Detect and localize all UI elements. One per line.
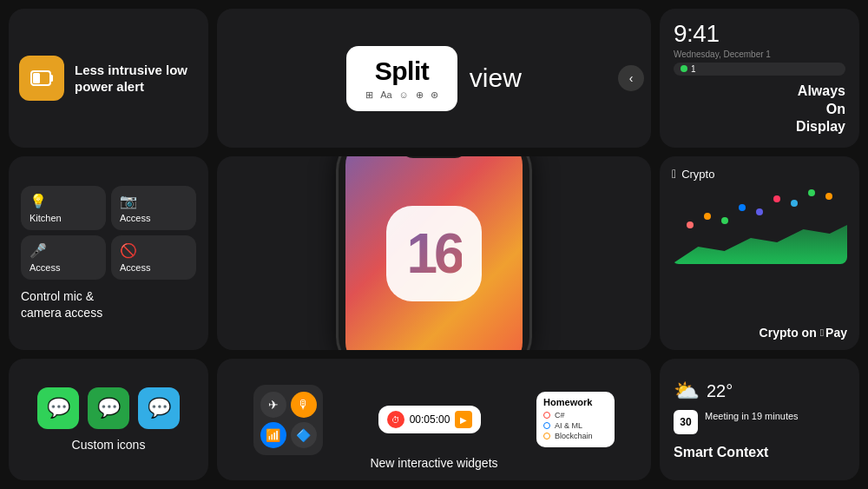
control-item-kitchen: 💡 Kitchen — [21, 186, 106, 230]
svg-point-7 — [756, 208, 763, 215]
control-mic-label: Access — [30, 262, 97, 273]
crypto-chart — [672, 186, 847, 264]
control-item-mic: 🎤 Access — [21, 235, 106, 280]
widget-control-panel: ✈ 🎙 📶 🔷 — [253, 385, 323, 455]
smart-context-label: Smart Context — [674, 445, 768, 460]
mic-icon: 🎤 — [30, 242, 97, 259]
battery-icon — [28, 64, 56, 92]
aod-badge-count: 1 — [691, 64, 696, 74]
svg-rect-1 — [50, 75, 53, 82]
hw-dot-3 — [543, 433, 550, 439]
chevron-left-icon[interactable]: ‹ — [618, 65, 644, 91]
widgets-label: New interactive widgets — [370, 456, 497, 470]
play-btn[interactable]: ▶ — [455, 411, 472, 428]
calendar-icon: 30 — [674, 410, 698, 434]
hw-item-3: Blockchain — [543, 432, 608, 440]
apple-pay-icon:  — [820, 327, 824, 339]
aod-date: Wednesday, December 1 — [674, 50, 845, 59]
crypto-pay-label: Pay — [825, 326, 847, 340]
widgets-card: ✈ 🎙 📶 🔷 ⏱ 00:05:00 ▶ Homework C# AI & ML… — [217, 359, 651, 480]
svg-rect-2 — [33, 73, 40, 83]
app-icon-3: 💬 — [138, 387, 180, 429]
podcast-btn[interactable]: 🎙 — [291, 392, 317, 418]
view-label: view — [470, 63, 522, 93]
crypto-header:  Crypto — [672, 167, 714, 181]
hw-dot-2 — [543, 422, 550, 429]
ios16-number: 16 — [406, 221, 461, 286]
control-grid: 💡 Kitchen 📷 Access 🎤 Access 🚫 Access — [21, 186, 196, 280]
custom-icons-card: 💬 💬 💬 Custom icons — [9, 359, 208, 480]
hw-label-1: C# — [555, 411, 565, 420]
iphone-notch — [399, 156, 469, 158]
control-description: Control mic & camera access — [21, 288, 102, 320]
sun-cloud-icon: ⛅ — [674, 379, 700, 403]
meeting-text: Meeting in 19 minutes — [705, 410, 799, 423]
homework-widget: Homework C# AI & ML Blockchain — [536, 392, 615, 447]
control-block-label: Access — [120, 262, 187, 273]
calendar-event: 30 Meeting in 19 minutes — [674, 410, 799, 434]
hw-item-1: C# — [543, 411, 608, 420]
homework-title: Homework — [543, 397, 608, 407]
ios16-logo: 16 — [386, 206, 482, 301]
apple-logo-icon:  — [672, 167, 676, 181]
split-view-card: Split ⊞ Aa ☺ ⊕ ⊛ view ‹ — [217, 9, 651, 148]
temperature: 22° — [707, 381, 733, 401]
hw-label-3: Blockchain — [555, 432, 593, 440]
svg-point-4 — [704, 213, 711, 220]
timer-widget-wrap: ⏱ 00:05:00 ▶ — [378, 406, 482, 433]
icon-row: 💬 💬 💬 — [37, 387, 180, 429]
block-icon: 🚫 — [120, 242, 187, 259]
hw-item-2: AI & ML — [543, 421, 608, 430]
control-item-camera: 📷 Access — [111, 186, 196, 230]
timer-value: 00:05:00 — [410, 413, 450, 426]
split-label: Split — [375, 56, 430, 86]
weather-row: ⛅ 22° — [674, 379, 733, 403]
aod-dot — [681, 65, 687, 72]
control-kitchen-label: Kitchen — [30, 213, 97, 223]
svg-point-9 — [791, 200, 798, 207]
app-icon-2: 💬 — [88, 387, 129, 429]
bluetooth-btn[interactable]: 🔷 — [291, 422, 317, 448]
control-camera-card: 💡 Kitchen 📷 Access 🎤 Access 🚫 Access Con… — [9, 156, 208, 350]
hw-dot-1 — [543, 412, 550, 419]
aod-card: 9:41 Wednesday, December 1 1 Always On D… — [660, 9, 859, 148]
low-power-text: Less intrusive low power alert — [75, 62, 198, 96]
low-power-card: Less intrusive low power alert — [9, 9, 208, 148]
battery-icon-bg — [19, 56, 64, 101]
svg-point-5 — [721, 217, 728, 224]
svg-point-10 — [808, 189, 815, 196]
crypto-label: Crypto on — [760, 326, 817, 340]
calendar-date: 30 — [680, 417, 691, 427]
aod-badge: 1 — [674, 63, 845, 76]
crypto-app-name: Crypto — [681, 168, 714, 181]
aod-time: 9:41 — [674, 20, 845, 48]
svg-point-11 — [825, 193, 832, 200]
svg-point-8 — [773, 195, 780, 202]
svg-point-3 — [687, 221, 694, 228]
control-item-block: 🚫 Access — [111, 235, 196, 280]
crypto-card:  Crypto Crypto on  Pay — [660, 156, 859, 350]
timer-icon: ⏱ — [387, 411, 404, 428]
iphone-card: 16 — [217, 156, 651, 350]
split-icons: ⊞ Aa ☺ ⊕ ⊛ — [365, 89, 438, 101]
smart-context-card: ⛅ 22° 30 Meeting in 19 minutes Smart Con… — [660, 359, 859, 480]
camera-icon: 📷 — [120, 193, 187, 209]
iphone-outer: 16 — [339, 156, 529, 350]
wifi-btn[interactable]: 📶 — [260, 422, 286, 448]
timer-widget: ⏱ 00:05:00 ▶ — [378, 406, 482, 433]
airplane-btn[interactable]: ✈ — [260, 392, 286, 418]
lightbulb-icon: 💡 — [30, 193, 97, 209]
crypto-chart-svg — [672, 186, 847, 238]
custom-icons-label: Custom icons — [72, 438, 146, 452]
aod-label: Always On Display — [796, 83, 845, 136]
control-camera-label: Access — [120, 213, 187, 223]
split-box: Split ⊞ Aa ☺ ⊕ ⊛ — [346, 46, 457, 111]
hw-label-2: AI & ML — [555, 421, 582, 430]
svg-point-6 — [739, 204, 746, 211]
app-icon-1: 💬 — [37, 387, 79, 429]
iphone-screen: 16 — [345, 156, 523, 350]
